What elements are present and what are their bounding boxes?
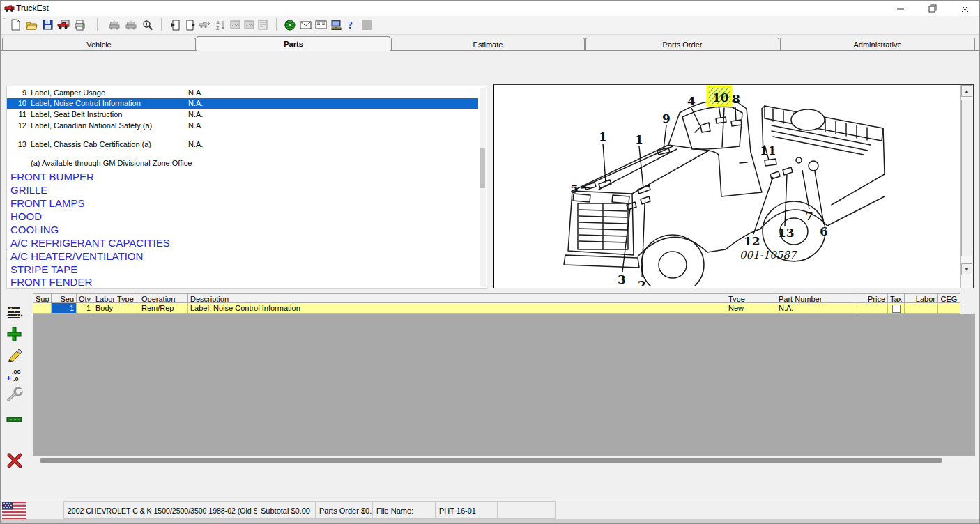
parts-list-item[interactable]: 11 Label, Seat Belt Instruction N.A. [7,109,478,120]
new-document-icon[interactable] [8,17,23,32]
scroll-down-button[interactable]: ▼ [961,263,972,275]
category-link-ac-heater[interactable]: A/C HEATER/VENTILATION [10,249,143,263]
open-file-icon[interactable] [24,17,39,32]
tax-checkbox[interactable] [892,305,901,313]
cell-operation[interactable]: Rem/Rep [139,303,188,314]
tab-administrative[interactable]: Administrative [780,38,975,51]
title-bar: TruckEst [1,1,980,16]
catalog-icon[interactable] [313,17,328,32]
parts-list-item[interactable]: 9 Label, Camper Usage N.A. [7,88,478,98]
category-link-cooling[interactable]: COOLING [10,223,59,236]
scroll-up-button[interactable]: ▲ [961,85,972,97]
column-header-description: Description [187,293,726,303]
parts-list-scrollbar-thumb[interactable] [480,148,485,188]
email-icon[interactable] [298,17,313,32]
tab-label: Parts Order [663,40,703,49]
minimize-button[interactable] [885,1,917,16]
callout-label[interactable]: 13 [778,226,795,240]
category-link-front-bumper[interactable]: FRONT BUMPER [10,170,94,183]
cell-type[interactable]: New [726,303,776,314]
vehicle-view-icon [107,17,122,32]
column-header-operation: Operation [139,293,188,303]
grid-horizontal-scrollbar[interactable] [33,456,975,465]
tab-parts[interactable]: Parts [197,36,390,51]
status-empty-cell [497,501,556,519]
print-icon[interactable] [72,17,87,32]
callout-label[interactable]: 12 [744,234,760,248]
vehicle-view2-icon [123,17,139,32]
truck-line-art [564,100,885,286]
tab-estimate[interactable]: Estimate [391,38,585,51]
truckest-window: TruckEst [0,0,980,524]
category-link-front-lamps[interactable]: FRONT LAMPS [10,196,84,210]
grid-horizontal-scrollbar-thumb[interactable] [40,458,942,463]
tools-wrench-icon[interactable] [6,387,24,403]
callout-label[interactable]: 6 [820,224,828,238]
callout-label[interactable]: 1 [635,132,643,146]
callout-label-highlighted[interactable]: 10 [712,91,729,105]
column-header-seq: Seq [51,293,77,303]
edit-pencil-icon[interactable] [6,346,24,363]
cell-labor-type[interactable]: Body [93,303,139,314]
diagram-scrollbar-thumb[interactable] [961,100,972,256]
category-link-front-fender[interactable]: FRONT FENDER [10,275,92,288]
zoom-icon[interactable] [140,17,155,32]
parts-list-item-selected[interactable]: 10 Label, Noise Control Information N.A. [7,98,478,109]
callout-label[interactable]: 3 [618,272,626,286]
tab-label: Administrative [853,40,901,49]
item-part-number: N.A. [188,88,203,98]
computer-icon[interactable] [328,17,344,32]
category-link-hood[interactable]: HOOD [10,210,42,223]
toolbar-separator [97,18,98,31]
cell-description[interactable]: Label, Noise Control Information [187,303,726,314]
add-line-icon[interactable] [6,325,24,342]
adjust-decimal-icon[interactable]: .00+.0 [6,367,24,384]
cell-price[interactable] [857,303,888,314]
column-header-price: Price [857,293,888,303]
category-link-grille[interactable]: GRILLE [10,183,47,196]
status-bar: 2002 CHEVROLET C & K 1500/2500/3500 1988… [1,500,980,520]
save-icon[interactable] [40,17,55,32]
callout-label[interactable]: 7 [805,209,813,223]
callout-label[interactable]: 11 [760,144,776,157]
callout-label[interactable]: 5 [570,182,579,196]
diagram-scrollbar[interactable]: ▲ ▼ [960,85,973,288]
cell-tax [887,303,905,314]
cell-qty[interactable]: 1 [76,303,93,314]
web-globe-icon[interactable] [282,17,298,32]
category-link-stripe-tape[interactable]: STRIPE TAPE [10,263,77,276]
parts-list-scrollbar[interactable] [480,88,486,287]
toolbar-separator [161,18,162,31]
delete-x-icon[interactable] [6,452,24,469]
restore-button[interactable] [917,1,949,16]
cell-labor[interactable] [904,303,938,314]
cell-part-number[interactable]: N.A. [776,303,857,314]
item-part-number: N.A. [188,139,203,150]
tab-vehicle[interactable]: Vehicle [2,38,196,51]
export-page-icon[interactable] [183,17,198,32]
callout-label[interactable]: 1 [599,130,607,144]
divider-bar-icon[interactable] [6,411,24,428]
add-vehicle-icon[interactable] [56,17,71,32]
tab-baseline [1,50,980,51]
callout-label[interactable]: 9 [662,111,671,125]
tab-parts-order[interactable]: Parts Order [585,38,779,51]
category-link-ac-refrigerant[interactable]: A/C REFRIGERANT CAPACITIES [10,236,170,249]
callout-label[interactable]: 4 [687,94,696,108]
tab-label: Vehicle [86,40,111,49]
callout-label[interactable]: 2 [638,278,646,286]
app-truck-icon [4,3,15,13]
cell-sup[interactable] [33,303,52,314]
cell-seq-selected[interactable]: 1 [51,303,77,314]
parts-list-item[interactable]: 12 Label, Canadian National Safety (a) N… [7,121,478,131]
import-page-icon[interactable] [168,17,183,32]
parts-list-item[interactable]: 13 Label, Chassis Cab Certification (a) … [7,139,478,150]
close-button[interactable] [949,1,980,16]
column-header-qty: Qty [76,293,93,303]
help-icon[interactable]: ? [344,17,359,32]
column-header-part-number: Part Number [776,293,857,303]
parts-stack-icon[interactable] [6,305,24,321]
cell-ceg[interactable] [937,303,960,314]
svg-text:.00: .00 [12,369,21,376]
callout-label[interactable]: 8 [732,92,740,106]
